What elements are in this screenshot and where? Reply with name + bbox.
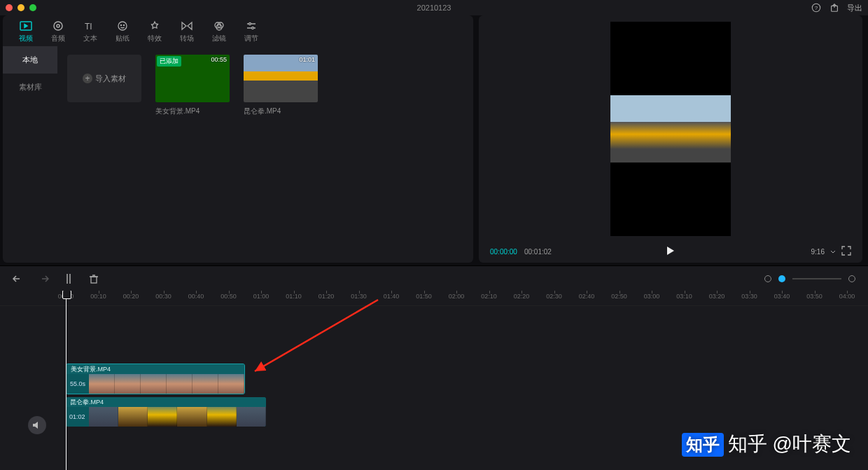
track-mute-button[interactable]	[28, 416, 46, 434]
nav-sticker[interactable]: 贴纸	[106, 20, 139, 43]
minimize-window-button[interactable]	[18, 4, 24, 11]
tab-library[interactable]: 素材库	[3, 74, 57, 101]
clip-duration: 01:02	[66, 407, 89, 427]
preview-frame	[610, 95, 731, 163]
play-button[interactable]	[666, 246, 675, 257]
media-thumbnail[interactable]: 01:01	[244, 55, 318, 102]
text-icon: TI	[84, 20, 97, 32]
ruler-tick: 01:40	[384, 293, 400, 300]
undo-button[interactable]	[13, 273, 24, 284]
media-filename: 美女背景.MP4	[155, 106, 230, 116]
window-controls	[6, 4, 36, 11]
zoom-indicator[interactable]	[778, 275, 785, 282]
tab-local[interactable]: 本地	[3, 46, 57, 74]
zoom-fit-icon[interactable]	[848, 275, 855, 282]
ruler-tick: 03:40	[774, 293, 790, 300]
time-ruler[interactable]: 00:0000:1000:2000:3000:4000:5001:0001:10…	[0, 291, 868, 306]
close-window-button[interactable]	[6, 4, 13, 11]
nav-adjust[interactable]: 调节	[235, 20, 267, 43]
media-item[interactable]: 01:01 昆仑拳.MP4	[244, 55, 318, 116]
titlebar: 20210123 ? 导出	[0, 0, 868, 15]
svg-point-7	[118, 22, 127, 30]
export-button[interactable]: 导出	[847, 3, 862, 13]
nav-video[interactable]: 视频	[10, 20, 42, 43]
total-duration: 00:01:02	[524, 248, 552, 256]
preview-controls: 00:00:00 00:01:02 9:16	[479, 242, 862, 263]
ruler-tick: 03:50	[806, 293, 822, 300]
media-duration: 01:01	[299, 56, 315, 63]
delete-button[interactable]	[88, 273, 99, 284]
ruler-tick: 02:50	[611, 293, 627, 300]
filter-icon	[213, 20, 225, 32]
audio-icon	[52, 20, 64, 32]
ruler-tick: 02:10	[481, 293, 497, 300]
ruler-tick: 00:50	[220, 293, 237, 300]
nav-audio[interactable]: 音频	[42, 20, 74, 43]
svg-point-8	[120, 25, 121, 25]
svg-point-13	[249, 23, 251, 25]
maximize-window-button[interactable]	[29, 4, 36, 11]
current-time: 00:00:00	[490, 248, 517, 256]
redo-button[interactable]	[38, 273, 49, 284]
added-badge: 已添加	[157, 56, 181, 67]
ruler-tick: 01:20	[318, 293, 335, 300]
svg-rect-15	[91, 277, 97, 283]
nav-transition[interactable]: 转场	[171, 20, 203, 43]
split-button[interactable]	[63, 273, 74, 284]
import-media-button[interactable]: + 导入素材	[67, 55, 141, 102]
media-filename: 昆仑拳.MP4	[244, 106, 318, 116]
ruler-tick: 04:00	[839, 293, 855, 300]
ruler-tick: 02:30	[546, 293, 562, 300]
svg-point-5	[57, 25, 59, 27]
ruler-tick: 03:20	[709, 293, 725, 300]
media-panel: 视频 音频 TI 文本 贴纸 特效 转场	[3, 15, 473, 263]
aspect-ratio-selector[interactable]: 9:16	[811, 248, 825, 256]
ruler-tick: 03:00	[644, 293, 660, 300]
svg-point-9	[123, 25, 124, 25]
zoom-out-icon[interactable]	[764, 275, 771, 282]
nav-text[interactable]: TI 文本	[74, 20, 106, 43]
ruler-tick: 01:30	[351, 293, 367, 300]
ruler-tick: 00:10	[90, 293, 106, 300]
effect-icon	[148, 20, 161, 32]
timeline-clip[interactable]: 昆仑拳.MP4 01:02	[66, 397, 266, 427]
ruler-tick: 03:30	[741, 293, 757, 300]
clip-label: 美女背景.MP4	[66, 364, 244, 374]
zoom-slider[interactable]	[792, 278, 841, 279]
plus-icon: +	[83, 74, 92, 83]
asset-grid: + 导入素材 已添加 00:55 美女背景.MP4 01:01 昆仑拳.MP4	[57, 46, 473, 263]
chevron-down-icon[interactable]	[830, 248, 836, 256]
timeline-toolbar	[0, 265, 868, 291]
ruler-tick: 00:20	[123, 293, 139, 300]
ruler-tick: 02:20	[514, 293, 530, 300]
category-nav: 视频 音频 TI 文本 贴纸 特效 转场	[3, 15, 473, 46]
nav-effect[interactable]: 特效	[139, 20, 171, 43]
ruler-tick: 00:40	[188, 293, 204, 300]
timeline-clip[interactable]: 美女背景.MP4 55.0s	[66, 364, 245, 394]
preview-canvas	[610, 22, 731, 236]
ruler-tick: 01:50	[416, 293, 432, 300]
ruler-tick: 01:00	[253, 293, 270, 300]
help-icon[interactable]: ?	[811, 2, 822, 13]
ruler-tick: 01:10	[286, 293, 302, 300]
ruler-tick: 03:10	[676, 293, 692, 300]
transition-icon	[181, 20, 193, 32]
clip-label: 昆仑拳.MP4	[66, 397, 266, 407]
playhead[interactable]	[66, 291, 66, 470]
svg-point-4	[54, 22, 62, 30]
clip-duration: 55.0s	[66, 374, 89, 394]
export-icon[interactable]	[829, 2, 840, 13]
fullscreen-icon[interactable]	[841, 246, 851, 257]
video-icon	[20, 20, 32, 32]
preview-panel: 00:00:00 00:01:02 9:16	[479, 15, 862, 263]
ruler-tick: 02:00	[449, 293, 465, 300]
timeline[interactable]: 00:0000:1000:2000:3000:4000:5001:0001:10…	[0, 291, 868, 470]
media-thumbnail[interactable]: 已添加 00:55	[155, 55, 230, 102]
preview-viewport[interactable]	[479, 15, 862, 242]
side-tabs: 本地 素材库	[3, 46, 57, 263]
project-title: 20210123	[417, 4, 451, 12]
media-item[interactable]: 已添加 00:55 美女背景.MP4	[155, 55, 230, 116]
ruler-tick: 00:30	[155, 293, 172, 300]
nav-filter[interactable]: 滤镜	[203, 20, 235, 43]
sticker-icon	[116, 20, 129, 32]
